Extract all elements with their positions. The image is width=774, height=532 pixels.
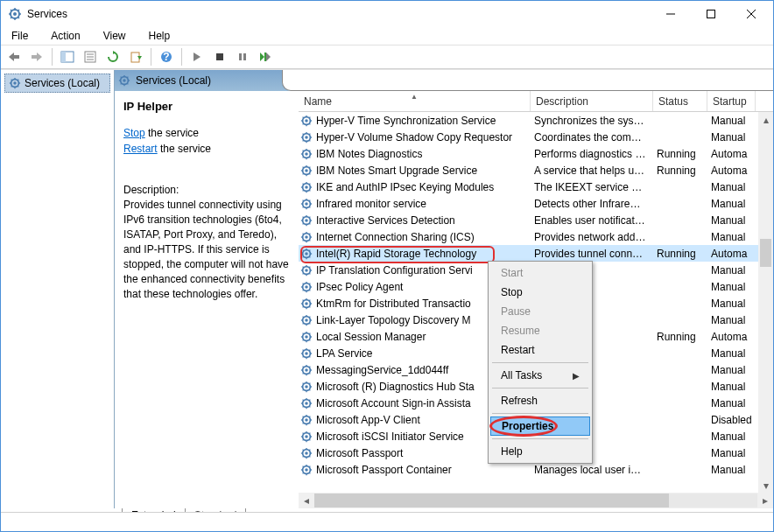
show-hide-tree-button[interactable] [58, 47, 77, 66]
title-bar: Services [1, 1, 773, 27]
selected-service-name: IP Helper [123, 100, 290, 113]
menu-file[interactable]: File [6, 28, 33, 44]
gear-icon [300, 414, 313, 426]
service-desc: A service that helps up... [529, 164, 651, 177]
ctx-pause[interactable]: Pause [490, 302, 590, 321]
svg-rect-25 [131, 52, 139, 62]
svg-marker-16 [37, 52, 42, 61]
scroll-up-icon[interactable]: ▴ [758, 112, 773, 127]
restart-service-button[interactable] [256, 47, 275, 66]
service-name: Hyper-V Volume Shadow Copy Requestor [316, 131, 512, 144]
menu-action[interactable]: Action [46, 28, 85, 44]
service-list: Name▲ Description Status Startup Hyper-V… [299, 91, 773, 508]
ctx-restart[interactable]: Restart [490, 340, 590, 360]
service-desc: Manages local user ide... [529, 464, 651, 476]
service-startup: Manual [706, 447, 754, 459]
gear-icon [9, 77, 21, 89]
maximize-button[interactable] [691, 1, 731, 27]
right-pane-title: Services (Local) [136, 74, 211, 87]
ctx-help[interactable]: Help [490, 442, 590, 461]
gear-icon [300, 464, 313, 476]
gear-icon [300, 214, 313, 227]
table-row[interactable]: IBM Notes Smart Upgrade ServiceA service… [299, 162, 773, 178]
scroll-down-icon[interactable]: ▾ [758, 478, 773, 493]
col-startup[interactable]: Startup [707, 91, 756, 111]
table-row[interactable]: IBM Notes DiagnosticsPerforms diagnostic… [299, 145, 773, 162]
gear-icon [300, 181, 313, 193]
service-startup: Manual [706, 430, 754, 443]
back-button[interactable] [4, 47, 24, 66]
service-startup: Manual [706, 131, 754, 144]
service-desc: Detects other Infrared ... [529, 198, 651, 210]
table-row[interactable]: Interactive Services DetectionEnables us… [299, 212, 773, 228]
service-name: IBM Notes Smart Upgrade Service [316, 164, 477, 177]
stop-service-button[interactable] [210, 47, 229, 66]
gear-icon [300, 397, 313, 410]
service-startup: Manual [706, 347, 754, 360]
stop-link[interactable]: Stop [123, 127, 145, 139]
gear-icon [300, 364, 313, 376]
close-button[interactable] [731, 1, 771, 27]
help-button[interactable]: ? [157, 47, 176, 66]
service-startup: Manual [706, 281, 754, 293]
forward-button[interactable] [27, 47, 46, 66]
table-row[interactable]: Internet Connection Sharing (ICS)Provide… [299, 228, 773, 245]
scroll-left-icon[interactable]: ◂ [299, 493, 314, 508]
col-name[interactable]: Name▲ [299, 91, 531, 111]
app-icon [8, 7, 22, 21]
refresh-button[interactable] [103, 47, 123, 66]
service-status: Running [651, 248, 706, 260]
menu-help[interactable]: Help [144, 28, 176, 44]
svg-rect-32 [243, 53, 246, 60]
start-service-button[interactable] [187, 47, 207, 66]
service-startup: Manual [706, 397, 754, 410]
right-pane: Services (Local) IP Helper Stop the serv… [115, 70, 773, 508]
service-desc: Provides tunnel conne... [529, 248, 651, 260]
svg-rect-30 [216, 53, 223, 60]
ctx-all-tasks[interactable]: All Tasks▶ [490, 366, 590, 385]
ctx-start[interactable]: Start [490, 263, 590, 283]
stop-suffix: the service [145, 127, 199, 139]
service-startup: Manual [706, 115, 754, 127]
restart-link[interactable]: Restart [123, 143, 158, 155]
svg-rect-17 [32, 55, 37, 59]
gear-icon [300, 131, 313, 144]
scroll-right-icon[interactable]: ▸ [757, 493, 773, 508]
col-description[interactable]: Description [531, 91, 653, 111]
minimize-button[interactable] [651, 1, 691, 27]
table-row[interactable]: Infrared monitor serviceDetects other In… [299, 195, 773, 212]
table-row[interactable]: Hyper-V Time Synchronization ServiceSync… [299, 112, 773, 129]
svg-rect-11 [707, 10, 715, 18]
service-name: Infrared monitor service [316, 198, 426, 210]
service-startup: Manual [706, 231, 754, 243]
service-name: MessagingService_1dd044ff [316, 364, 448, 376]
col-status[interactable]: Status [653, 91, 707, 111]
pause-service-button[interactable] [233, 47, 252, 66]
context-menu: Start Stop Pause Resume Restart All Task… [488, 261, 593, 464]
table-row[interactable]: IKE and AuthIP IPsec Keying ModulesThe I… [299, 178, 773, 195]
service-startup: Automa [706, 248, 754, 260]
service-name: Interactive Services Detection [316, 214, 455, 227]
service-name: Microsoft Account Sign-in Assista [316, 397, 471, 410]
table-row[interactable]: Intel(R) Rapid Storage TechnologyProvide… [299, 245, 773, 262]
menu-view[interactable]: View [98, 28, 131, 44]
ctx-resume[interactable]: Resume [490, 321, 590, 340]
svg-rect-34 [264, 52, 266, 61]
ctx-stop[interactable]: Stop [490, 283, 590, 302]
sort-arrow-icon: ▲ [411, 93, 418, 101]
gear-icon [300, 231, 313, 243]
vertical-scrollbar[interactable]: ▴ ▾ [758, 112, 773, 493]
properties-toolbar-button[interactable] [81, 47, 100, 66]
restart-suffix: the service [158, 143, 211, 155]
horizontal-scrollbar[interactable]: ◂ ▸ [299, 493, 773, 508]
export-list-button[interactable] [126, 47, 145, 66]
nav-item-services-local[interactable]: Services (Local) [4, 74, 110, 93]
ctx-refresh[interactable]: Refresh [490, 391, 590, 410]
service-name: Intel(R) Rapid Storage Technology [316, 248, 476, 260]
ctx-properties[interactable]: Properties [490, 416, 590, 436]
service-startup: Automa [706, 164, 754, 177]
table-row[interactable]: Hyper-V Volume Shadow Copy RequestorCoor… [299, 129, 773, 145]
window-title: Services [27, 8, 651, 20]
gear-icon [118, 74, 130, 87]
service-startup: Manual [706, 298, 754, 310]
